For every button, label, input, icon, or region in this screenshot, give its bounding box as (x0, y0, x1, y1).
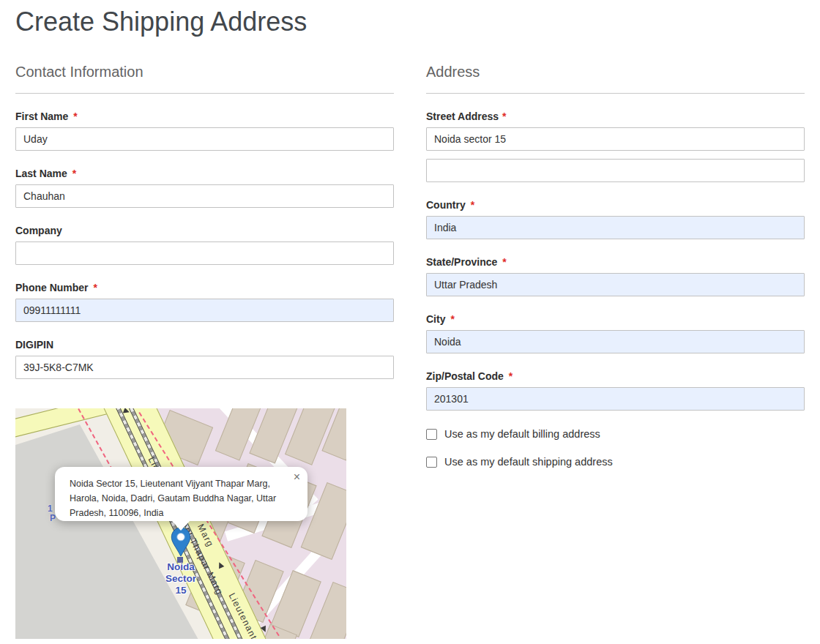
required-asterisk: * (450, 313, 454, 325)
contact-information-section: Contact Information First Name* Last Nam… (15, 64, 394, 639)
popup-close-button[interactable]: × (294, 470, 300, 484)
street-address-line1-input[interactable] (426, 127, 805, 151)
last-name-input[interactable] (15, 184, 394, 208)
required-asterisk: * (94, 282, 97, 293)
popup-tail (171, 520, 190, 531)
required-asterisk: * (72, 168, 76, 179)
first-name-field: First Name* (15, 111, 394, 151)
state-province-select[interactable] (426, 273, 805, 296)
required-asterisk: * (509, 370, 512, 382)
city-input[interactable] (426, 330, 805, 353)
required-asterisk: * (502, 256, 506, 268)
state-province-field: State/Province* (426, 256, 805, 296)
digipin-field: DIGIPIN (15, 339, 394, 379)
city-field: City* (426, 313, 805, 353)
company-input[interactable] (15, 242, 394, 265)
country-select[interactable] (426, 216, 805, 239)
default-billing-address-checkbox[interactable] (426, 429, 437, 440)
last-name-label: Last Name (15, 168, 67, 179)
create-shipping-address-page: Create Shipping Address Contact Informat… (0, 7, 820, 639)
state-province-label: State/Province (426, 256, 497, 268)
map-marker-icon[interactable] (171, 527, 191, 557)
default-billing-address-label: Use as my default billing address (444, 428, 600, 440)
last-name-field: Last Name* (15, 168, 394, 208)
zip-postal-code-label: Zip/Postal Code (426, 370, 504, 382)
first-name-input[interactable] (15, 127, 394, 151)
page-title: Create Shipping Address (15, 7, 805, 37)
required-asterisk: * (502, 111, 506, 122)
address-heading: Address (426, 64, 805, 94)
required-asterisk: * (73, 111, 77, 122)
city-label: City (426, 313, 445, 325)
company-label: Company (15, 225, 62, 236)
address-section: Address Street Address* Country* State/P… (426, 64, 805, 639)
partial-place-label: 1 (48, 503, 53, 514)
zip-postal-code-field: Zip/Postal Code* (426, 370, 805, 411)
digipin-input[interactable] (15, 356, 394, 379)
place-label-noida-sector-15: Noida Sector 15 (155, 561, 206, 596)
default-shipping-address-label: Use as my default shipping address (444, 456, 613, 468)
map-popup: × Noida Sector 15, Lieutenant Vijyant Th… (55, 467, 308, 521)
digipin-label: DIGIPIN (15, 339, 53, 351)
first-name-label: First Name (15, 111, 68, 122)
phone-number-input[interactable] (15, 299, 394, 322)
phone-number-field: Phone Number* (15, 282, 394, 322)
country-field: Country* (426, 199, 805, 239)
default-shipping-address-checkbox[interactable] (426, 457, 437, 468)
default-shipping-address-option[interactable]: Use as my default shipping address (426, 456, 805, 468)
phone-number-label: Phone Number (15, 282, 89, 293)
popup-address-text: Noida Sector 15, Lieutenant Vijyant Thap… (55, 467, 308, 520)
zip-postal-code-input[interactable] (426, 387, 805, 411)
street-address-field: Street Address* (426, 111, 805, 182)
required-asterisk: * (471, 199, 474, 211)
default-billing-address-option[interactable]: Use as my default billing address (426, 428, 805, 440)
street-address-line2-input[interactable] (426, 159, 805, 182)
country-label: Country (426, 199, 466, 211)
street-address-label: Street Address (426, 111, 499, 122)
company-field: Company (15, 225, 394, 265)
contact-information-heading: Contact Information (15, 64, 394, 94)
poi-node-square (177, 557, 183, 563)
map[interactable]: Lieutenant Vijyant Thapar Marg Thapar Ma… (15, 408, 346, 639)
